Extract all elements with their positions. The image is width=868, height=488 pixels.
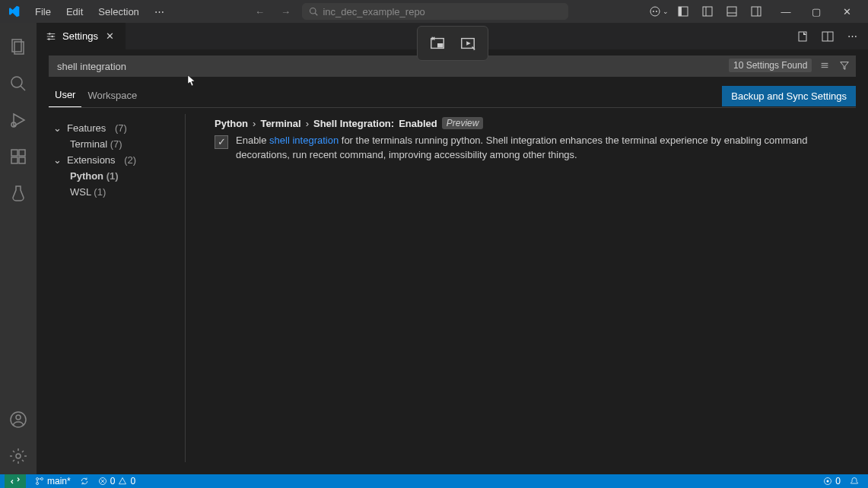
svg-point-24 (16, 415, 21, 420)
screencast-window-icon[interactable] (425, 31, 450, 55)
svg-rect-22 (19, 150, 25, 156)
svg-point-29 (49, 33, 51, 35)
svg-point-30 (51, 35, 53, 37)
split-editor-icon[interactable] (818, 27, 838, 46)
svg-marker-38 (466, 41, 471, 46)
nav-back-icon[interactable]: ← (250, 6, 269, 17)
svg-rect-19 (11, 150, 17, 156)
svg-rect-7 (703, 7, 712, 16)
svg-point-4 (656, 11, 657, 12)
settings-gear-icon[interactable] (0, 438, 37, 474)
menu-bar: File Edit Selection ⋯ (29, 3, 170, 21)
svg-point-50 (827, 480, 829, 483)
tab-close-icon[interactable]: ✕ (104, 30, 116, 42)
toc-terminal[interactable]: Terminal (7) (49, 136, 185, 152)
svg-point-25 (16, 454, 21, 458)
explorer-icon[interactable] (0, 29, 37, 65)
screencast-run-icon[interactable] (456, 31, 480, 55)
nav-forward-icon[interactable]: → (276, 6, 294, 17)
tab-label: Settings (62, 30, 98, 42)
menu-edit[interactable]: Edit (60, 3, 89, 21)
layout-panel-right-icon[interactable] (746, 2, 766, 21)
filter-icon[interactable] (836, 57, 853, 74)
status-ports[interactable]: 0 (819, 476, 845, 486)
svg-point-44 (37, 483, 39, 485)
svg-point-3 (653, 11, 654, 12)
svg-marker-17 (14, 114, 24, 126)
setting-checkbox[interactable] (215, 135, 228, 149)
menu-more[interactable]: ⋯ (148, 3, 170, 21)
title-bar: File Edit Selection ⋯ ← → inc_dec_exampl… (0, 0, 868, 23)
open-settings-json-icon[interactable] (793, 27, 813, 46)
toc-features[interactable]: ⌄ Features (7) (49, 120, 185, 136)
backup-sync-button[interactable]: Backup and Sync Settings (722, 86, 856, 106)
screencast-toolbar (417, 26, 488, 61)
copilot-icon[interactable]: ⌄ (649, 2, 669, 21)
clear-search-icon[interactable] (816, 57, 833, 74)
window-minimize-icon[interactable]: — (771, 0, 801, 23)
status-branch[interactable]: main* (30, 476, 75, 486)
setting-python-shell-integration: Python› Terminal› Shell Integration: Ena… (208, 117, 848, 163)
window-close-icon[interactable]: ✕ (831, 0, 862, 23)
tab-settings[interactable]: Settings ✕ (37, 23, 126, 49)
preview-badge: Preview (442, 117, 484, 129)
svg-line-1 (316, 13, 318, 15)
settings-tab-icon (46, 31, 56, 42)
settings-list: Python› Terminal› Shell Integration: Ena… (186, 114, 856, 462)
svg-rect-32 (799, 32, 806, 41)
chevron-down-icon: ⌄ (53, 154, 64, 166)
window-maximize-icon[interactable]: ▢ (801, 0, 831, 23)
search-icon (309, 7, 318, 16)
scope-tab-workspace[interactable]: Workspace (81, 85, 143, 107)
activity-bar (0, 23, 37, 474)
settings-found-badge: 10 Settings Found (729, 59, 812, 72)
extensions-icon[interactable] (0, 138, 37, 175)
svg-rect-9 (727, 7, 736, 16)
setting-header: Python› Terminal› Shell Integration: Ena… (215, 117, 848, 129)
layout-panel-left-icon[interactable] (698, 2, 717, 21)
search-activity-icon[interactable] (0, 65, 37, 102)
svg-rect-20 (11, 157, 17, 163)
setting-description: Enable shell integration for the termina… (236, 134, 848, 163)
vscode-logo-icon (6, 4, 21, 19)
svg-rect-6 (679, 7, 682, 16)
toc-extensions[interactable]: ⌄ Extensions (2) (49, 152, 185, 168)
command-center-search[interactable]: inc_dec_example_repo (302, 3, 568, 20)
layout-panel-bottom-icon[interactable] (722, 2, 742, 21)
editor-area: Settings ✕ ⋯ 10 Settings Found (37, 23, 868, 474)
menu-file[interactable]: File (29, 3, 57, 21)
scope-tab-user[interactable]: User (49, 84, 81, 107)
settings-toc: ⌄ Features (7) Terminal (7) ⌄ Extensions… (49, 114, 186, 462)
toc-python[interactable]: Python (1) (49, 168, 185, 184)
layout-toggle-icon[interactable] (673, 2, 693, 21)
svg-point-15 (11, 77, 22, 87)
svg-point-31 (48, 38, 50, 40)
run-debug-icon[interactable] (0, 102, 37, 138)
menu-selection[interactable]: Selection (92, 3, 145, 21)
status-sync[interactable] (75, 477, 94, 486)
toc-wsl[interactable]: WSL (1) (49, 184, 185, 200)
svg-line-16 (21, 86, 25, 90)
shell-integration-link[interactable]: shell integration (269, 135, 339, 146)
svg-rect-21 (19, 157, 25, 163)
svg-rect-11 (752, 7, 761, 16)
svg-point-0 (310, 8, 316, 14)
testing-icon[interactable] (0, 175, 37, 211)
svg-point-2 (650, 7, 660, 16)
command-center-text: inc_dec_example_repo (323, 6, 424, 17)
svg-point-45 (41, 478, 43, 480)
accounts-icon[interactable] (0, 401, 37, 438)
remote-indicator[interactable] (5, 474, 26, 488)
svg-point-43 (37, 478, 39, 480)
svg-rect-36 (437, 43, 443, 48)
status-bar: main* 0 0 0 (0, 474, 868, 488)
status-problems[interactable]: 0 0 (94, 476, 140, 486)
settings-editor: 10 Settings Found User Workspace Backup … (37, 49, 868, 474)
chevron-down-icon: ⌄ (53, 122, 64, 134)
more-actions-icon[interactable]: ⋯ (842, 27, 862, 46)
status-notifications-icon[interactable] (845, 477, 863, 486)
